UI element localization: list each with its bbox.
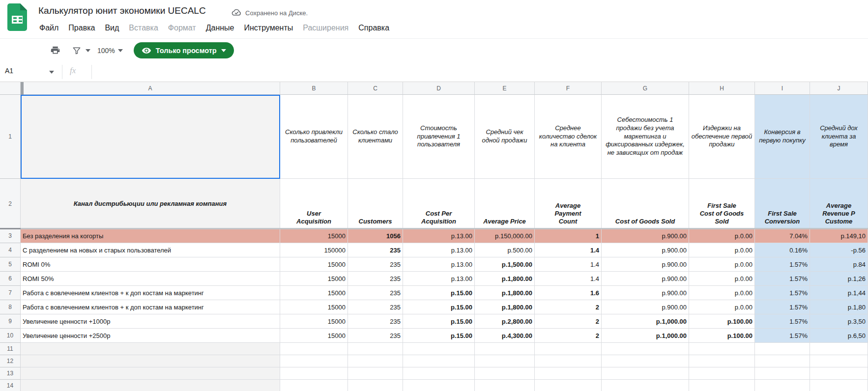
cell-J5[interactable]: p.84 (810, 257, 868, 272)
cell-D4[interactable]: p.13.00 (403, 243, 475, 257)
name-box-caret[interactable] (49, 71, 54, 74)
cell-D5[interactable]: p.13.00 (403, 257, 475, 272)
cell-F7[interactable]: 1.6 (535, 286, 602, 300)
cell-G10[interactable]: p.1,000.00 (602, 329, 689, 343)
cell-A4[interactable]: С разделением на новых и старых пользова… (21, 243, 280, 257)
cell-G5[interactable]: p.900.00 (602, 257, 689, 272)
menu-item-2[interactable]: Вид (100, 22, 124, 34)
menu-item-8[interactable]: Справка (353, 22, 394, 34)
cell-I8[interactable]: 1.57% (755, 300, 810, 314)
grid-corner-button[interactable] (0, 82, 21, 95)
cell-J11[interactable] (810, 343, 868, 355)
cell-H9[interactable]: p.100.00 (689, 314, 755, 329)
menu-item-6[interactable]: Инструменты (239, 22, 298, 34)
cell-F3[interactable]: 1 (535, 229, 602, 243)
cell-G3[interactable]: p.900.00 (602, 229, 689, 243)
cell-G6[interactable]: p.900.00 (602, 272, 689, 286)
row-header-5[interactable]: 5 (0, 257, 21, 272)
cell-F14[interactable] (535, 380, 602, 391)
view-mode-button[interactable]: Только просмотр (134, 42, 234, 58)
menu-item-1[interactable]: Правка (63, 22, 100, 34)
cell-B14[interactable] (280, 380, 348, 391)
cell-B12[interactable] (280, 355, 348, 367)
cell-B1[interactable]: Сколько привлекли пользователей (280, 95, 348, 179)
cell-E5[interactable]: p.1,500.00 (475, 257, 535, 272)
filter-dropdown-caret[interactable] (86, 49, 90, 52)
cell-G13[interactable] (602, 367, 689, 380)
cell-H2[interactable]: First Sale Cost of Goods Sold (689, 179, 755, 229)
cell-F11[interactable] (535, 343, 602, 355)
cell-D3[interactable]: p.13.00 (403, 229, 475, 243)
cell-J8[interactable]: p.1,80 (810, 300, 868, 314)
cell-D6[interactable]: p.13.00 (403, 272, 475, 286)
column-header-A[interactable]: A (21, 82, 280, 95)
cell-J6[interactable]: p.1,26 (810, 272, 868, 286)
row-header-10[interactable]: 10 (0, 329, 21, 343)
cell-F2[interactable]: Average Payment Count (535, 179, 602, 229)
cell-B13[interactable] (280, 367, 348, 380)
cell-J7[interactable]: p.1,44 (810, 286, 868, 300)
cell-D8[interactable]: p.15.00 (403, 300, 475, 314)
frozen-row-handle[interactable] (0, 228, 21, 229)
row-header-3[interactable]: 3 (0, 229, 21, 243)
cell-C3[interactable]: 1056 (348, 229, 403, 243)
cell-G7[interactable]: p.900.00 (602, 286, 689, 300)
cell-I6[interactable]: 1.57% (755, 272, 810, 286)
cell-C7[interactable]: 235 (348, 286, 403, 300)
cell-E7[interactable]: p.1,800.00 (475, 286, 535, 300)
row-header-8[interactable]: 8 (0, 300, 21, 314)
sheets-logo-icon[interactable] (6, 3, 28, 33)
cell-A5[interactable]: ROMI 0% (21, 257, 280, 272)
cell-C11[interactable] (348, 343, 403, 355)
cell-D11[interactable] (403, 343, 475, 355)
cell-A11[interactable] (21, 343, 280, 355)
cell-F9[interactable]: 2 (535, 314, 602, 329)
document-title[interactable]: Калькулятор юнит экономики UECALC (38, 5, 206, 16)
column-header-G[interactable]: G (602, 82, 689, 95)
row-header-13[interactable]: 13 (0, 367, 21, 380)
cell-I11[interactable] (755, 343, 810, 355)
cell-J12[interactable] (810, 355, 868, 367)
cell-C5[interactable]: 235 (348, 257, 403, 272)
formula-input[interactable] (98, 62, 865, 82)
zoom-level[interactable]: 100% (97, 47, 115, 55)
cell-C1[interactable]: Сколько стало клиентами (348, 95, 403, 179)
cell-I14[interactable] (755, 380, 810, 391)
cell-J3[interactable]: p.149,10 (810, 229, 868, 243)
cell-C9[interactable]: 235 (348, 314, 403, 329)
cell-H7[interactable]: p.0.00 (689, 286, 755, 300)
cell-B5[interactable]: 15000 (280, 257, 348, 272)
cell-G11[interactable] (602, 343, 689, 355)
cell-F1[interactable]: Среднее количество сделок на клиента (535, 95, 602, 179)
cell-C14[interactable] (348, 380, 403, 391)
cell-D10[interactable]: p.15.00 (403, 329, 475, 343)
cell-E3[interactable]: p.150,000.00 (475, 229, 535, 243)
cell-E8[interactable]: p.1,800.00 (475, 300, 535, 314)
column-header-I[interactable]: I (755, 82, 810, 95)
cell-B7[interactable]: 15000 (280, 286, 348, 300)
cell-I2[interactable]: First Sale Conversion (755, 179, 810, 229)
cell-H4[interactable]: p.0.00 (689, 243, 755, 257)
cell-A8[interactable]: Работа с вовлечением клиентов + к доп ко… (21, 300, 280, 314)
cell-E10[interactable]: p.4,300.00 (475, 329, 535, 343)
cell-J13[interactable] (810, 367, 868, 380)
cell-E4[interactable]: p.500.00 (475, 243, 535, 257)
column-header-C[interactable]: C (348, 82, 403, 95)
row-header-9[interactable]: 9 (0, 314, 21, 329)
cell-G12[interactable] (602, 355, 689, 367)
row-header-2[interactable]: 2 (0, 179, 21, 229)
cell-D14[interactable] (403, 380, 475, 391)
name-box[interactable]: A1 (5, 67, 13, 75)
cell-C10[interactable]: 235 (348, 329, 403, 343)
cell-H6[interactable]: p.0.00 (689, 272, 755, 286)
frozen-column-handle[interactable] (21, 82, 24, 95)
cell-A14[interactable] (21, 380, 280, 391)
cell-E13[interactable] (475, 367, 535, 380)
zoom-dropdown-caret[interactable] (118, 49, 123, 52)
column-header-J[interactable]: J (810, 82, 868, 95)
cell-H11[interactable] (689, 343, 755, 355)
cell-C8[interactable]: 235 (348, 300, 403, 314)
row-header-7[interactable]: 7 (0, 286, 21, 300)
cell-I9[interactable]: 1.57% (755, 314, 810, 329)
cell-E1[interactable]: Средний чек одной продажи (475, 95, 535, 179)
